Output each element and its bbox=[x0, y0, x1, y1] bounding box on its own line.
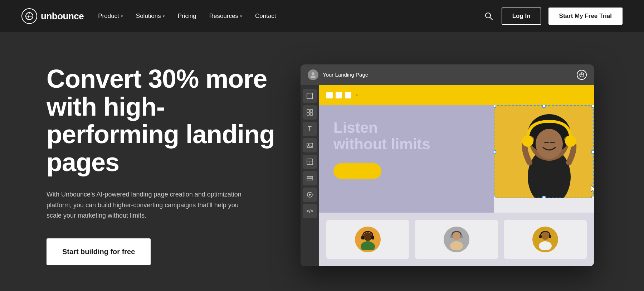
tool-text[interactable]: T bbox=[303, 122, 317, 136]
svg-point-31 bbox=[364, 232, 372, 241]
canvas-image bbox=[494, 105, 594, 198]
svg-point-29 bbox=[522, 135, 533, 147]
chevron-down-icon: ▾ bbox=[163, 14, 165, 19]
tool-box[interactable] bbox=[303, 89, 317, 103]
login-button[interactable]: Log In bbox=[502, 8, 541, 25]
canvas-heading: Listen without limits bbox=[333, 120, 479, 152]
svg-rect-20 bbox=[307, 176, 313, 178]
logo-icon bbox=[21, 8, 37, 24]
canvas-bottom-avatars bbox=[319, 213, 594, 266]
hero-section: Convert 30% more with high-performing la… bbox=[0, 32, 644, 291]
svg-rect-17 bbox=[307, 159, 313, 165]
nav-item-resources[interactable]: Resources ▾ bbox=[209, 13, 242, 20]
chevron-down-icon: ▾ bbox=[121, 14, 123, 19]
canvas-content: Listen without limits bbox=[319, 105, 594, 213]
nav-item-pricing[interactable]: Pricing bbox=[178, 13, 196, 20]
editor-canvas: Listen without limits bbox=[319, 85, 594, 266]
dot-3 bbox=[345, 92, 351, 98]
canvas-cta-button[interactable] bbox=[333, 163, 381, 179]
avatar bbox=[308, 69, 318, 80]
search-button[interactable] bbox=[483, 10, 494, 22]
start-trial-button[interactable]: Start My Free Trial bbox=[548, 8, 623, 25]
cursor-icon bbox=[590, 185, 594, 195]
person-illustration bbox=[494, 105, 594, 198]
svg-point-30 bbox=[565, 135, 576, 147]
logo-text: unbounce bbox=[41, 11, 84, 22]
cta-button[interactable]: Start building for free bbox=[47, 238, 151, 265]
editor-logo-small bbox=[577, 70, 587, 80]
svg-rect-11 bbox=[307, 110, 309, 112]
svg-point-36 bbox=[450, 241, 463, 250]
nav-item-solutions[interactable]: Solutions ▾ bbox=[136, 13, 165, 20]
search-icon bbox=[485, 12, 493, 20]
avatar-card-3 bbox=[504, 220, 587, 259]
svg-point-6 bbox=[311, 76, 316, 78]
svg-rect-12 bbox=[310, 110, 313, 112]
dot-2 bbox=[336, 92, 342, 98]
nav-item-product[interactable]: Product ▾ bbox=[98, 13, 123, 20]
tool-video[interactable] bbox=[303, 188, 317, 202]
svg-rect-38 bbox=[460, 235, 463, 238]
svg-point-40 bbox=[539, 241, 552, 250]
tool-code[interactable]: </> bbox=[303, 204, 317, 218]
svg-point-28 bbox=[536, 129, 563, 159]
avatar-circle-3 bbox=[532, 227, 558, 252]
svg-point-35 bbox=[453, 232, 460, 240]
svg-rect-21 bbox=[307, 179, 313, 180]
svg-point-39 bbox=[541, 232, 549, 240]
editor-sidebar: T bbox=[301, 85, 319, 266]
avatar-circle-2 bbox=[444, 227, 469, 252]
chevron-down-icon: ▾ bbox=[240, 14, 242, 19]
editor-titlebar: Your Landing Page bbox=[301, 64, 594, 85]
tool-widget[interactable] bbox=[303, 155, 317, 169]
svg-rect-42 bbox=[549, 235, 551, 238]
navbar: unbounce Product ▾ Solutions ▾ Pricing bbox=[0, 0, 644, 32]
svg-rect-33 bbox=[361, 236, 364, 239]
tool-grid[interactable] bbox=[303, 105, 317, 120]
editor-page-info: Your Landing Page bbox=[308, 69, 368, 80]
nav-link-contact[interactable]: Contact bbox=[255, 13, 276, 20]
svg-rect-13 bbox=[307, 113, 309, 115]
nav-right: Log In Start My Free Trial bbox=[483, 8, 623, 25]
svg-rect-14 bbox=[310, 113, 313, 115]
svg-point-5 bbox=[312, 72, 314, 75]
svg-line-4 bbox=[490, 17, 492, 20]
nav-link-solutions[interactable]: Solutions ▾ bbox=[136, 13, 165, 20]
nav-left: unbounce Product ▾ Solutions ▾ Pricing bbox=[21, 8, 276, 24]
avatar-card-1 bbox=[326, 220, 409, 259]
editor-mockup: Your Landing Page bbox=[301, 64, 594, 266]
editor-page-name: Your Landing Page bbox=[323, 72, 368, 78]
editor-body: T bbox=[301, 85, 594, 266]
tool-layout[interactable] bbox=[303, 171, 317, 185]
nav-links: Product ▾ Solutions ▾ Pricing Resources … bbox=[98, 13, 276, 20]
nav-item-contact[interactable]: Contact bbox=[255, 13, 276, 20]
hero-headline: Convert 30% more with high-performing la… bbox=[47, 65, 279, 176]
svg-marker-23 bbox=[309, 194, 311, 196]
svg-rect-10 bbox=[307, 93, 313, 99]
nav-link-pricing[interactable]: Pricing bbox=[178, 13, 196, 20]
dot-1 bbox=[326, 92, 333, 98]
svg-rect-34 bbox=[371, 236, 374, 239]
hero-text: Convert 30% more with high-performing la… bbox=[47, 65, 279, 265]
svg-rect-37 bbox=[450, 235, 453, 238]
canvas-right bbox=[494, 105, 594, 213]
svg-rect-41 bbox=[539, 235, 542, 238]
logo-link[interactable]: unbounce bbox=[21, 8, 84, 24]
nav-link-resources[interactable]: Resources ▾ bbox=[209, 13, 242, 20]
avatar-circle-1 bbox=[355, 227, 381, 252]
dot-accent bbox=[356, 94, 358, 96]
nav-link-product[interactable]: Product ▾ bbox=[98, 13, 123, 20]
tool-image[interactable] bbox=[303, 138, 317, 152]
avatar-card-2 bbox=[415, 220, 498, 259]
svg-point-32 bbox=[361, 241, 375, 250]
canvas-left: Listen without limits bbox=[319, 105, 494, 213]
hero-subtext: With Unbounce's AI-powered landing page … bbox=[47, 189, 254, 221]
editor-window: Your Landing Page bbox=[301, 64, 594, 266]
canvas-top-bar bbox=[319, 85, 594, 105]
